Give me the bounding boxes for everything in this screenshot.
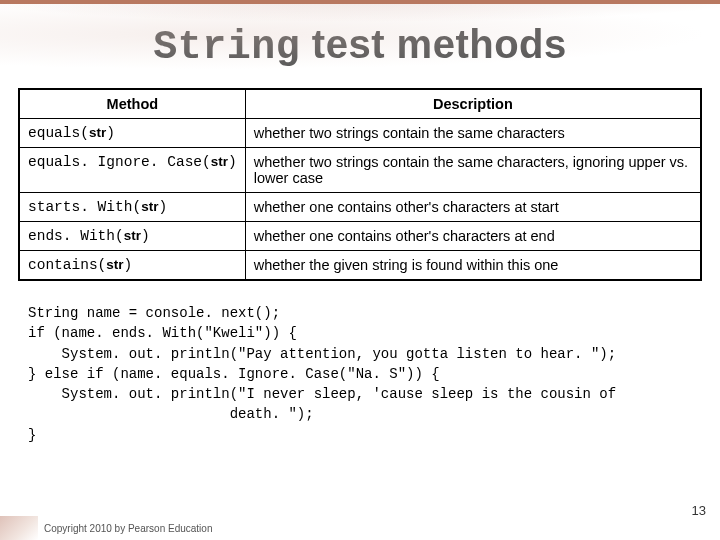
code-example: String name = console. next(); if (name.… xyxy=(28,303,700,445)
header-description: Description xyxy=(245,89,701,119)
method-desc: whether two strings contain the same cha… xyxy=(245,119,701,148)
method-name: equals(str) xyxy=(19,119,245,148)
corner-decoration xyxy=(0,516,38,540)
methods-table: Method Description equals(str) whether t… xyxy=(18,88,702,281)
table-row: contains(str) whether the given string i… xyxy=(19,251,701,281)
header-background xyxy=(0,0,720,70)
method-name: contains(str) xyxy=(19,251,245,281)
table-row: starts. With(str) whether one contains o… xyxy=(19,193,701,222)
method-name: equals. Ignore. Case(str) xyxy=(19,148,245,193)
table-header-row: Method Description xyxy=(19,89,701,119)
method-desc: whether one contains other's characters … xyxy=(245,222,701,251)
page-number: 13 xyxy=(692,503,706,518)
header-method: Method xyxy=(19,89,245,119)
copyright-footer: Copyright 2010 by Pearson Education xyxy=(44,523,212,534)
method-name: starts. With(str) xyxy=(19,193,245,222)
method-name: ends. With(str) xyxy=(19,222,245,251)
table-row: equals(str) whether two strings contain … xyxy=(19,119,701,148)
table-row: equals. Ignore. Case(str) whether two st… xyxy=(19,148,701,193)
table-row: ends. With(str) whether one contains oth… xyxy=(19,222,701,251)
method-desc: whether the given string is found within… xyxy=(245,251,701,281)
method-desc: whether two strings contain the same cha… xyxy=(245,148,701,193)
method-desc: whether one contains other's characters … xyxy=(245,193,701,222)
